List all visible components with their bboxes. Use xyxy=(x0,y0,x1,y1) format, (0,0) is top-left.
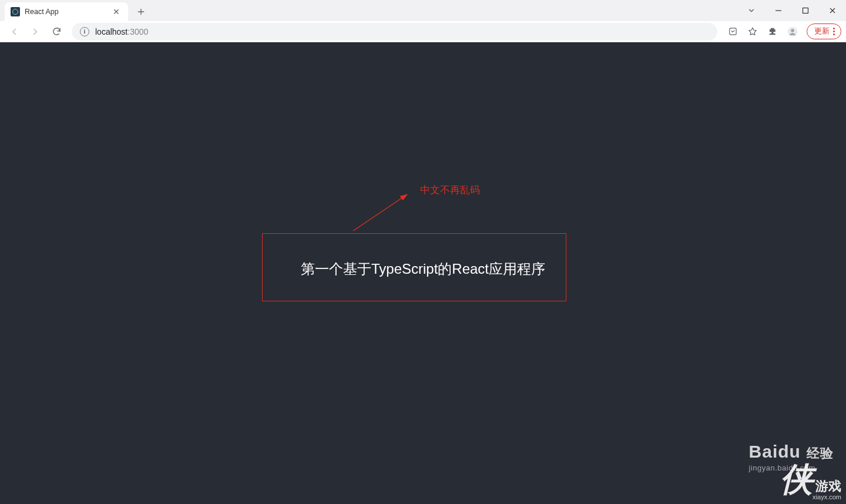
window-maximize-button[interactable] xyxy=(792,0,819,21)
tab-title: React App xyxy=(25,8,59,16)
reload-button[interactable] xyxy=(47,22,66,41)
window-close-button[interactable] xyxy=(819,0,846,21)
menu-dots-icon xyxy=(833,28,835,35)
site-info-icon[interactable]: i xyxy=(80,27,89,36)
extensions-icon[interactable] xyxy=(763,22,782,41)
share-icon[interactable] xyxy=(723,22,742,41)
url-host: localhost xyxy=(95,27,127,36)
address-bar[interactable]: i localhost:3000 xyxy=(72,23,717,41)
page-viewport: 第一个基于TypeScript的React应用程序 中文不再乱码 Baidu 经… xyxy=(0,42,846,504)
toolbar-right: 更新 xyxy=(723,22,841,41)
watermark-xia-brand: 侠 xyxy=(780,461,813,498)
bookmark-icon[interactable] xyxy=(743,22,762,41)
annotation-box xyxy=(262,233,566,301)
back-button[interactable] xyxy=(5,22,24,41)
annotation-label: 中文不再乱码 xyxy=(420,183,480,197)
update-label: 更新 xyxy=(814,26,830,36)
url-port: :3000 xyxy=(127,27,148,36)
watermark-xia-suffix: 游戏 xyxy=(815,479,841,493)
watermark-baidu-suffix: 经验 xyxy=(807,446,833,461)
svg-point-3 xyxy=(791,29,794,32)
update-button[interactable]: 更新 xyxy=(807,23,841,39)
tab-close-button[interactable]: ✕ xyxy=(110,8,122,16)
forward-button[interactable] xyxy=(26,22,45,41)
annotation-arrow-icon xyxy=(348,189,413,236)
svg-rect-0 xyxy=(803,8,808,14)
svg-line-4 xyxy=(353,194,407,231)
browser-tab[interactable]: React App ✕ xyxy=(5,2,128,21)
new-tab-button[interactable] xyxy=(133,4,149,20)
browser-toolbar: i localhost:3000 更新 xyxy=(0,21,846,42)
tab-search-button[interactable] xyxy=(738,0,765,21)
react-favicon xyxy=(11,7,20,16)
window-controls xyxy=(738,0,846,21)
browser-titlebar: React App ✕ xyxy=(0,0,846,21)
watermark-xiayx: 侠 游戏 xiayx.com xyxy=(780,463,841,500)
url-text: localhost:3000 xyxy=(95,27,148,36)
watermark-baidu-brand: Baidu xyxy=(749,442,801,462)
profile-icon[interactable] xyxy=(783,22,802,41)
window-minimize-button[interactable] xyxy=(765,0,792,21)
